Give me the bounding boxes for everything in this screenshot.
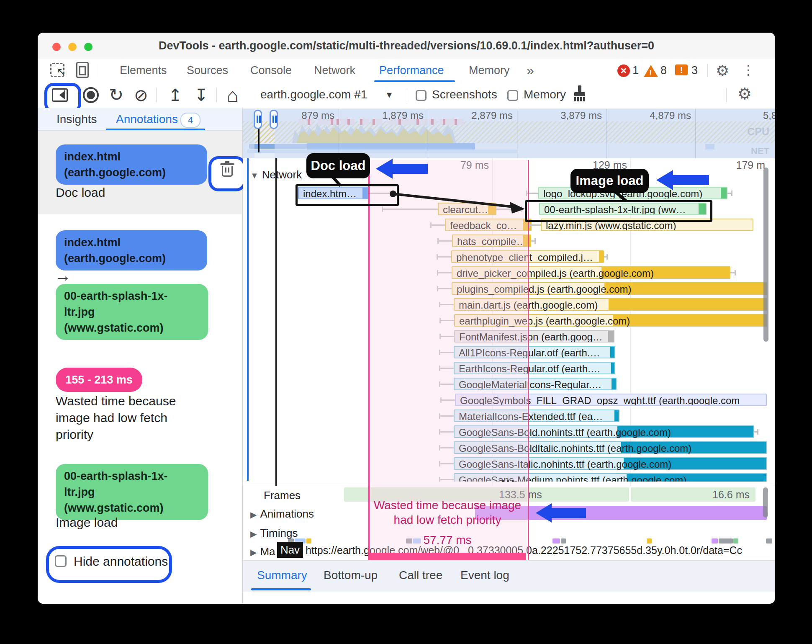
request-bar[interactable]: GoogleSans-BoldItalic.nohints.ttf (earth… [454,441,767,454]
request-bar[interactable]: All1PIcons-Regular.otf (earth.… [454,346,615,358]
toggle-sidebar-icon[interactable] [52,88,68,102]
request-bar[interactable]: drive_picker_compiled.js (earth.google.c… [452,266,730,279]
request-whisker [382,209,438,210]
annotation-image-pill[interactable]: 00-earth-splash-1x- ltr.jpg (www.gstatic… [56,464,208,520]
capture-settings-gear-icon[interactable]: ⚙ [737,85,752,103]
hide-annotations-checkbox[interactable] [55,555,67,567]
reload-record-icon[interactable]: ↻ [109,85,123,105]
memory-checkbox[interactable] [507,90,518,101]
timeline-overview[interactable]: CPU NET 879 ms1,879 ms2,879 ms3,879 ms4,… [243,109,775,159]
request-bar[interactable]: feedback_co… [445,219,532,231]
annotation-range-pill[interactable]: 155 - 213 ms [56,368,142,392]
wasted-time-text-line2: had low fetch priority [394,513,501,527]
request-whisker [528,224,541,226]
request-whisker [727,193,732,194]
request-bar[interactable]: GoogleSans-Italic.nohints.ttf (earth.goo… [454,457,767,470]
annotations-count-badge: 4 [180,113,200,128]
overview-tick-line [606,109,606,158]
annotation-link-from-pill[interactable]: index.html (earth.google.com) [56,230,207,270]
request-bar[interactable]: hats_compile… [452,234,531,247]
request-bar[interactable]: phenotype_client_compiled.j… [451,250,604,263]
window-right-handle[interactable] [270,110,278,129]
request-bar[interactable]: FontManifest.json (earth.goog… [454,330,614,343]
annotation-link-to-pill[interactable]: 00-earth-splash-1x- ltr.jpg (www.gstatic… [56,284,208,340]
bottom-tab-event-log[interactable]: Event log [460,561,509,592]
tab-console[interactable]: Console [250,59,292,82]
main-track-label[interactable]: ▶Ma [250,545,275,558]
request-bar[interactable]: GoogleMaterialIcons-Regular.… [454,378,617,390]
bottom-tab-bottom-up[interactable]: Bottom-up [324,561,378,592]
issues-badge-icon[interactable]: ! [675,64,688,75]
settings-gear-icon[interactable]: ⚙ [716,62,729,80]
download-profile-icon[interactable]: ↧ [194,85,208,105]
expand-triangle-icon[interactable]: ▶ [250,548,257,557]
request-whisker [526,193,538,194]
kebab-menu-icon[interactable]: ⋮ [742,62,755,78]
frames-bar-2[interactable]: 16.6 ms [631,487,755,502]
doc-entry-highlight-box [296,184,399,206]
history-dropdown[interactable]: earth.google.com #1 [260,88,367,101]
window-left-handle[interactable] [254,110,262,129]
request-bar[interactable]: GoogleSans-Bold.nohints.ttf (earth.googl… [454,425,754,438]
image-entry-highlight-box [525,200,712,222]
request-whisker [437,272,452,273]
request-whisker [604,256,608,258]
overview-tick-label: 3,879 ms [527,110,602,121]
tab-performance[interactable]: Performance [379,59,444,82]
frames-track-label[interactable]: Frames [264,489,301,502]
request-bar[interactable]: clearcut… [438,203,496,215]
tab-elements[interactable]: Elements [120,59,167,82]
inspect-icon[interactable]: ↖ [50,63,64,77]
request-bar[interactable]: main.dart.js (earth.google.com) [454,298,767,311]
request-bar[interactable]: plugins_compiled.js (earth.google.com) [452,282,767,295]
main-activity-chip [733,538,738,544]
request-bar[interactable]: EarthIcons-Regular.otf (earth.… [454,362,615,374]
bottom-tab-call-tree[interactable]: Call tree [399,561,442,592]
main-activity-chip [552,538,560,544]
expand-triangle-icon[interactable]: ▶ [250,529,257,538]
expand-triangle-icon[interactable]: ▶ [250,510,257,519]
window-title: DevTools - earth.google.com/static/multi… [38,39,775,52]
more-rows-indicator[interactable]: ... [501,471,516,485]
annotation-link-arrow-icon: → [54,266,71,285]
tab-annotations[interactable]: Annotations [116,108,178,130]
overview-tick-label: 4,879 ms [616,110,691,121]
request-whisker [439,431,454,433]
request-bar[interactable]: GoogleSymbols_FILL_GRAD_opsz_wght.ttf (e… [455,394,767,406]
device-toolbar-icon[interactable] [76,62,89,78]
record-icon[interactable] [83,87,99,103]
main-activity-chip [306,538,311,544]
request-whisker [437,288,452,289]
tab-network[interactable]: Network [314,59,355,82]
request-whisker [730,272,736,273]
request-whisker [439,479,454,480]
annotation-entry-doc-pill[interactable]: index.html (earth.google.com) [56,144,207,185]
bottom-tab-bar: SummaryBottom-upCall treeEvent log [243,560,775,592]
request-whisker [439,384,454,385]
animations-track-label[interactable]: ▶Animations [250,507,314,520]
wasted-time-text-line1: Wasted time because image [374,499,521,512]
error-badge-icon[interactable]: ✕ [617,64,630,77]
tab-sources[interactable]: Sources [187,59,228,82]
tab-insights[interactable]: Insights [57,108,97,130]
screenshots-checkbox[interactable] [416,90,427,101]
lower-scrollbar[interactable] [763,487,768,518]
collect-garbage-icon[interactable] [573,85,587,102]
timings-track-label[interactable]: ▶Timings [250,527,298,540]
main-activity-chip [766,538,772,544]
more-tabs-icon[interactable]: » [527,59,534,82]
request-bar[interactable]: MaterialIcons-Extended.ttf (ea… [454,410,619,422]
home-icon[interactable]: ⌂ [227,84,239,106]
clear-icon[interactable]: ⊘ [134,85,148,105]
collapse-triangle-icon[interactable]: ▼ [250,171,259,180]
overview-tick-line [428,109,428,158]
upload-profile-icon[interactable]: ↥ [168,85,182,105]
tab-memory[interactable]: Memory [469,59,510,82]
request-bar[interactable]: earthplugin_web.js (earth.google.com) [454,314,767,327]
request-bar[interactable]: GoogleSans-Medium.nohints.ttf (earth.goo… [454,473,767,482]
bottom-tab-summary[interactable]: Summary [257,561,307,592]
waterfall-scrollbar[interactable] [763,167,768,342]
chevron-down-icon[interactable]: ▾ [387,89,392,100]
devtools-tab-bar: ↖ ElementsSourcesConsoleNetworkPerforman… [38,59,775,82]
warning-badge-icon[interactable]: ! [644,65,658,77]
